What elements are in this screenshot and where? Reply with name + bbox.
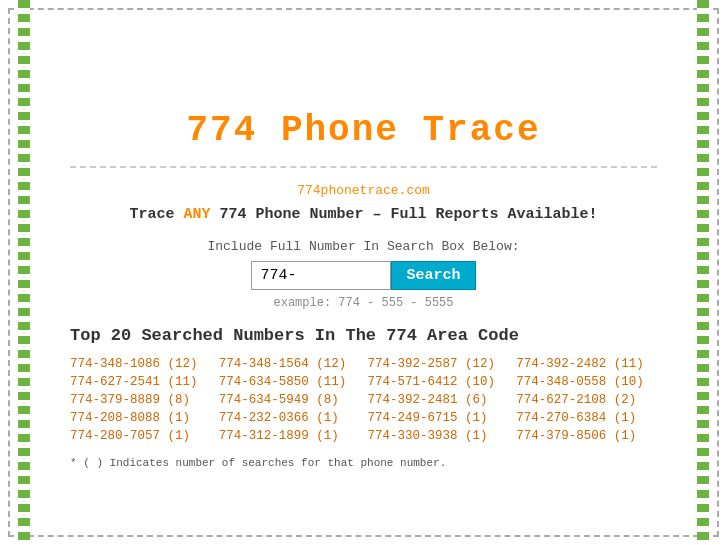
number-link[interactable]: 774-571-6412 (10) (368, 375, 509, 389)
search-button[interactable]: Search (391, 261, 475, 290)
number-link[interactable]: 774-379-8889 (8) (70, 393, 211, 407)
number-link[interactable]: 774-232-0366 (1) (219, 411, 360, 425)
tagline-suffix: 774 Phone Number – Full Reports Availabl… (210, 206, 597, 223)
number-link[interactable]: 774-208-8088 (1) (70, 411, 211, 425)
number-link[interactable]: 774-348-1086 (12) (70, 357, 211, 371)
number-link[interactable]: 774-627-2541 (11) (70, 375, 211, 389)
number-link[interactable]: 774-392-2481 (6) (368, 393, 509, 407)
number-link[interactable]: 774-627-2108 (2) (516, 393, 657, 407)
tagline-prefix: Trace (129, 206, 183, 223)
top-numbers-title: Top 20 Searched Numbers In The 774 Area … (70, 326, 657, 345)
number-link[interactable]: 774-280-7057 (1) (70, 429, 211, 443)
page-title: 774 Phone Trace (70, 90, 657, 161)
number-link[interactable]: 774-392-2587 (12) (368, 357, 509, 371)
tagline-any: ANY (183, 206, 210, 223)
number-link[interactable]: 774-249-6715 (1) (368, 411, 509, 425)
search-input[interactable] (251, 261, 391, 290)
left-border-decoration (18, 0, 30, 545)
number-link[interactable]: 774-634-5850 (11) (219, 375, 360, 389)
number-link[interactable]: 774-270-6384 (1) (516, 411, 657, 425)
search-example: example: 774 - 555 - 5555 (70, 296, 657, 310)
footnote: * ( ) Indicates number of searches for t… (70, 457, 657, 469)
numbers-grid: 774-348-1086 (12)774-348-1564 (12)774-39… (70, 357, 657, 443)
number-link[interactable]: 774-348-0558 (10) (516, 375, 657, 389)
top-divider (70, 166, 657, 168)
number-link[interactable]: 774-348-1564 (12) (219, 357, 360, 371)
tagline: Trace ANY 774 Phone Number – Full Report… (70, 206, 657, 223)
number-link[interactable]: 774-330-3938 (1) (368, 429, 509, 443)
site-url: 774phonetrace.com (70, 183, 657, 198)
search-row: Search (70, 261, 657, 290)
number-link[interactable]: 774-392-2482 (11) (516, 357, 657, 371)
number-link[interactable]: 774-634-5949 (8) (219, 393, 360, 407)
number-link[interactable]: 774-379-8506 (1) (516, 429, 657, 443)
number-link[interactable]: 774-312-1899 (1) (219, 429, 360, 443)
search-label: Include Full Number In Search Box Below: (70, 239, 657, 254)
right-border-decoration (697, 0, 709, 545)
